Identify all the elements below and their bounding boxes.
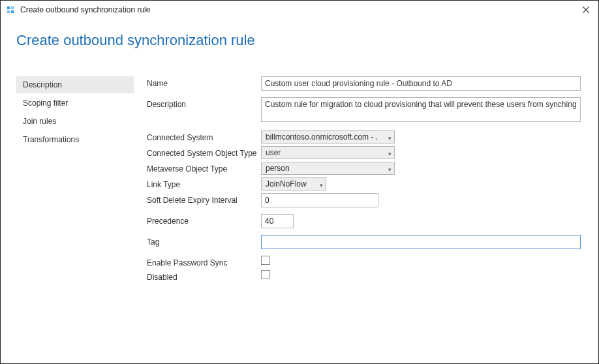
- titlebar: Create outbound synchronization rule: [1, 1, 598, 19]
- nav-item-transformations[interactable]: Transformations: [16, 131, 134, 148]
- chevron-down-icon: ▾: [388, 166, 392, 173]
- select-value: user: [266, 148, 281, 157]
- csot-select[interactable]: user ▾: [261, 146, 395, 159]
- tag-label: Tag: [147, 235, 261, 247]
- svg-rect-2: [7, 10, 10, 12]
- softdelete-input[interactable]: [261, 193, 378, 207]
- page-title: Create outbound synchronization rule: [16, 32, 598, 49]
- nav-label: Join rules: [23, 117, 56, 126]
- form: Name Description Custom rule for migrati…: [147, 76, 599, 284]
- enable-password-sync-label: Enable Password Sync: [147, 256, 261, 267]
- nav-item-description[interactable]: Description: [16, 76, 134, 93]
- window-title: Create outbound synchronization rule: [20, 5, 579, 14]
- disabled-label: Disabled: [147, 270, 261, 282]
- close-icon: [583, 5, 589, 15]
- nav-label: Transformations: [23, 135, 79, 144]
- csot-label: Connected System Object Type: [147, 146, 261, 158]
- select-value: person: [266, 164, 290, 173]
- description-input[interactable]: Custom rule for migration to cloud provi…: [261, 97, 581, 122]
- precedence-label: Precedence: [147, 214, 261, 226]
- chevron-down-icon: ▾: [388, 135, 392, 142]
- select-value: billmcontoso.onmicrosoft.com - .: [266, 132, 378, 142]
- disabled-checkbox[interactable]: [261, 270, 270, 279]
- app-icon: [6, 5, 15, 14]
- connected-system-select[interactable]: billmcontoso.onmicrosoft.com - . ▾: [261, 130, 395, 144]
- nav-label: Description: [23, 80, 62, 89]
- softdelete-label: Soft Delete Expiry Interval: [147, 193, 261, 205]
- linktype-label: Link Type: [147, 177, 261, 189]
- svg-rect-3: [11, 10, 14, 12]
- mvot-label: Metaverse Object Type: [147, 162, 261, 174]
- nav-label: Scoping filter: [23, 99, 68, 108]
- chevron-down-icon: ▾: [320, 182, 323, 189]
- tag-input[interactable]: [261, 235, 581, 249]
- precedence-input[interactable]: [261, 214, 294, 228]
- name-label: Name: [147, 76, 261, 88]
- chevron-down-icon: ▾: [388, 151, 392, 157]
- svg-rect-1: [11, 6, 14, 8]
- linktype-select[interactable]: JoinNoFlow ▾: [261, 177, 326, 190]
- svg-rect-0: [7, 6, 10, 8]
- select-value: JoinNoFlow: [266, 179, 307, 189]
- sidebar: Description Scoping filter Join rules Tr…: [16, 76, 147, 284]
- name-input[interactable]: [261, 76, 581, 91]
- close-button[interactable]: [579, 3, 593, 16]
- mvot-select[interactable]: person ▾: [261, 162, 395, 175]
- description-label: Description: [147, 97, 261, 109]
- enable-password-sync-checkbox[interactable]: [261, 256, 270, 265]
- nav-item-scoping-filter[interactable]: Scoping filter: [16, 95, 134, 112]
- nav-item-join-rules[interactable]: Join rules: [16, 113, 134, 130]
- connected-system-label: Connected System: [147, 130, 261, 142]
